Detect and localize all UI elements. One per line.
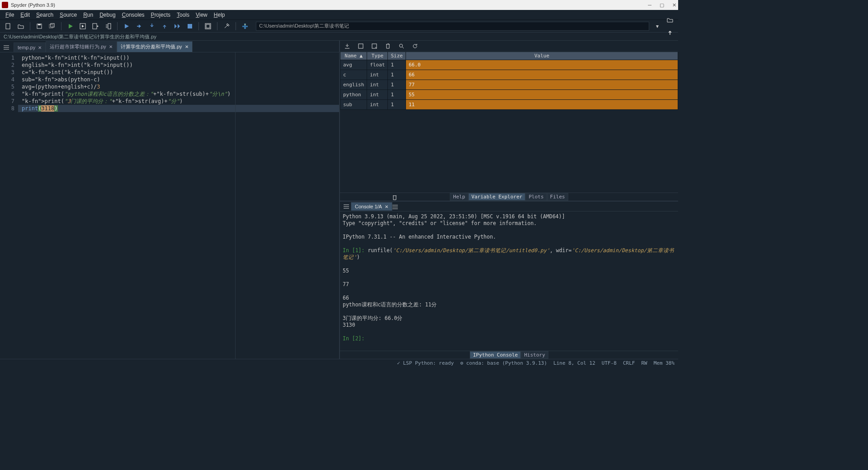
- menu-run[interactable]: Run: [80, 11, 96, 19]
- svg-rect-11: [188, 24, 192, 28]
- save-button[interactable]: [34, 21, 45, 31]
- preferences-button[interactable]: [221, 21, 232, 31]
- var-header-value[interactable]: Value: [406, 52, 678, 60]
- var-header-size[interactable]: Size: [388, 52, 406, 60]
- pane-tab-ipython-console[interactable]: IPython Console: [470, 351, 521, 359]
- python-path-button[interactable]: [240, 21, 250, 31]
- close-button[interactable]: ✕: [672, 2, 676, 8]
- close-icon[interactable]: ✕: [385, 204, 388, 209]
- search-var-button[interactable]: [397, 42, 406, 50]
- status-encoding[interactable]: UTF-8: [602, 360, 617, 366]
- menu-projects[interactable]: Projects: [148, 11, 173, 19]
- ipython-console[interactable]: Python 3.9.13 (main, Aug 25 2022, 23:51:…: [340, 212, 678, 351]
- import-data-button[interactable]: [343, 42, 352, 50]
- debug-continue-button[interactable]: [172, 21, 183, 31]
- console-pane: Console 1/A✕ Python 3.9.13 (main, Aug 25…: [340, 201, 678, 359]
- var-name: c: [340, 70, 367, 80]
- menu-source[interactable]: Source: [57, 11, 80, 19]
- status-conda[interactable]: ⚙ conda: base (Python 3.9.13): [460, 360, 547, 366]
- debug-stop-button[interactable]: [184, 21, 195, 31]
- run-selection-button[interactable]: [103, 21, 113, 31]
- parent-dir-button[interactable]: [665, 28, 675, 38]
- code-line[interactable]: "k-fn">print("3门课的平均分："+"k-fn">str(avg)+…: [18, 98, 339, 105]
- clear-console-button[interactable]: [392, 195, 676, 200]
- var-row[interactable]: englishint177: [340, 80, 678, 90]
- code-area[interactable]: python="k-fn">int("k-fn">input())english…: [18, 52, 339, 359]
- menu-help[interactable]: Help: [211, 11, 228, 19]
- save-data-button[interactable]: [356, 42, 365, 50]
- refresh-var-button[interactable]: [410, 42, 420, 50]
- console-line: 3门课的平均分: 66.0分: [343, 315, 675, 322]
- var-name: python: [340, 90, 367, 100]
- debug-step-button[interactable]: [134, 21, 145, 31]
- debug-step-into-button[interactable]: [146, 21, 157, 31]
- code-line[interactable]: python="k-fn">int("k-fn">input()): [18, 54, 339, 61]
- menu-search[interactable]: Search: [33, 11, 56, 19]
- var-row[interactable]: cint166: [340, 70, 678, 80]
- run-cell-button[interactable]: [77, 21, 88, 31]
- maximize-pane-button[interactable]: [203, 21, 213, 31]
- browse-dir-button[interactable]: [665, 15, 675, 25]
- var-header-type[interactable]: Type: [367, 52, 388, 60]
- debug-file-button[interactable]: [121, 21, 132, 31]
- code-line[interactable]: english="k-fn">int("k-fn">input()): [18, 61, 339, 69]
- menu-edit[interactable]: Edit: [18, 11, 33, 19]
- close-icon[interactable]: ✕: [109, 44, 113, 49]
- status-cursor: Line 8, Col 12: [553, 360, 595, 366]
- save-data-as-button[interactable]: [370, 42, 379, 50]
- editor-tab[interactable]: temp.py✕: [14, 42, 46, 52]
- code-line[interactable]: "k-fn">print("python课程和c语言的分数之差："+"k-fn"…: [18, 90, 339, 98]
- var-row[interactable]: avgfloat166.0: [340, 60, 678, 70]
- menu-file[interactable]: File: [3, 11, 17, 19]
- close-icon[interactable]: ✕: [38, 45, 42, 50]
- run-cell-advance-button[interactable]: [90, 21, 101, 31]
- close-icon[interactable]: ✕: [185, 44, 189, 49]
- console-line: [343, 308, 675, 315]
- code-line[interactable]: print(3118): [18, 105, 339, 112]
- menu-view[interactable]: View: [193, 11, 210, 19]
- variable-table[interactable]: Name ▲TypeSizeValueavgfloat166.0cint166e…: [340, 52, 678, 193]
- var-name: sub: [340, 100, 367, 110]
- editor-menu-button[interactable]: [2, 43, 11, 52]
- status-eol[interactable]: CRLF: [623, 360, 635, 366]
- console-tab-label: Console 1/A: [355, 204, 382, 209]
- tab-label: 运行超市抹零结账行为.py: [50, 43, 106, 50]
- menu-debug[interactable]: Debug: [97, 11, 118, 19]
- working-dir-dropdown-button[interactable]: ▾: [652, 21, 663, 31]
- maximize-button[interactable]: ▢: [660, 2, 664, 8]
- menu-consoles[interactable]: Consoles: [119, 11, 147, 19]
- var-row[interactable]: subint111: [340, 100, 678, 110]
- toolbar-separator: [117, 22, 118, 30]
- console-line: In [1]: runfile('C:/Users/admin/Desktop/…: [343, 247, 675, 261]
- code-editor[interactable]: 12345678 python="k-fn">int("k-fn">input(…: [0, 52, 339, 359]
- interrupt-button[interactable]: [392, 205, 676, 209]
- menu-tools[interactable]: Tools: [174, 11, 192, 19]
- menu-bar: FileEditSearchSourceRunDebugConsolesProj…: [0, 10, 678, 20]
- console-line: 66: [343, 295, 675, 301]
- save-all-button[interactable]: [47, 21, 57, 31]
- minimize-button[interactable]: ─: [648, 2, 651, 8]
- code-line[interactable]: sub="k-fn">abs(python-c): [18, 76, 339, 83]
- code-line[interactable]: c="k-fn">int("k-fn">input()): [18, 69, 339, 76]
- window-title: Spyder (Python 3.9): [11, 2, 55, 8]
- var-size: 1: [388, 100, 406, 110]
- console-menu-button[interactable]: [342, 202, 351, 211]
- var-row[interactable]: pythonint155: [340, 90, 678, 100]
- code-line[interactable]: avg=(python+english+c)/3: [18, 83, 339, 90]
- delete-var-button[interactable]: [383, 42, 392, 50]
- status-lsp[interactable]: ✓ LSP Python: ready: [397, 360, 454, 366]
- new-file-button[interactable]: [3, 21, 14, 31]
- console-tab[interactable]: Console 1/A✕: [351, 202, 392, 211]
- editor-tab[interactable]: 计算学生的分差和平均值.py✕: [117, 41, 193, 52]
- pane-tab-history[interactable]: History: [521, 351, 548, 359]
- svg-rect-6: [93, 24, 97, 29]
- run-file-button[interactable]: [65, 21, 76, 31]
- working-directory-input[interactable]: C:\Users\admin\Desktop\第二章读书笔记: [256, 22, 649, 31]
- open-file-button[interactable]: [15, 21, 26, 31]
- editor-tabbar: temp.py✕运行超市抹零结账行为.py✕计算学生的分差和平均值.py✕: [0, 41, 339, 52]
- editor-tab[interactable]: 运行超市抹零结账行为.py✕: [46, 41, 117, 52]
- var-header-name[interactable]: Name ▲: [340, 52, 367, 60]
- debug-step-out-button[interactable]: [159, 21, 170, 31]
- var-value: 77: [406, 80, 678, 90]
- tab-label: temp.py: [18, 45, 35, 50]
